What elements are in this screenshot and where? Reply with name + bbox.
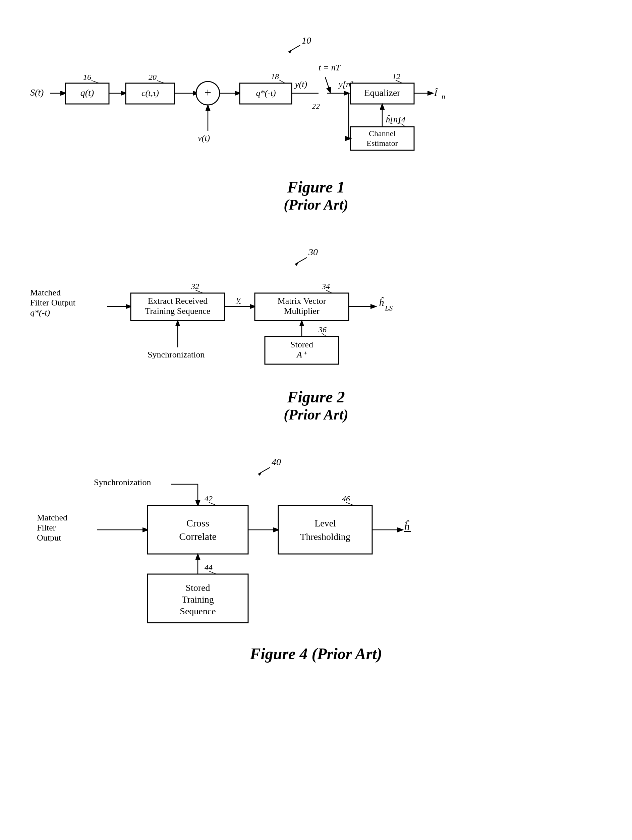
svg-text:16: 16 <box>83 73 91 82</box>
page: 10 S(t) q(t) 16 c(t,τ) 20 <box>0 0 632 840</box>
svg-text:12: 12 <box>392 72 400 81</box>
figure4-title: Figure 4 (Prior Art) <box>27 644 605 663</box>
figure4-svg: 40 Synchronization Matched Filter Output… <box>27 453 604 641</box>
svg-text:Matrix Vector: Matrix Vector <box>277 296 326 306</box>
svg-text:Stored: Stored <box>185 583 210 593</box>
figure2-subtitle: (Prior Art) <box>27 406 605 423</box>
svg-text:n: n <box>441 92 445 101</box>
figure1-subtitle: (Prior Art) <box>27 196 605 213</box>
svg-text:q(t): q(t) <box>80 87 94 98</box>
svg-text:Stored: Stored <box>290 340 313 349</box>
svg-text:20: 20 <box>148 73 156 82</box>
svg-text:44: 44 <box>205 563 213 572</box>
svg-text:Filter Output: Filter Output <box>30 298 76 308</box>
svg-rect-87 <box>148 505 248 554</box>
figure4-diagram: 40 Synchronization Matched Filter Output… <box>27 453 605 641</box>
svg-text:Estimator: Estimator <box>366 139 398 148</box>
figure1-diagram: 10 S(t) q(t) 16 c(t,τ) 20 <box>27 33 605 174</box>
svg-text:Filter: Filter <box>37 523 56 532</box>
svg-text:Level: Level <box>315 518 336 529</box>
svg-text:LS: LS <box>385 304 392 312</box>
svg-text:Correlate: Correlate <box>179 531 217 542</box>
figure2-title: Figure 2 <box>27 388 605 406</box>
svg-text:40: 40 <box>271 457 281 467</box>
svg-text:Î: Î <box>434 87 438 98</box>
figure1-section: 10 S(t) q(t) 16 c(t,τ) 20 <box>27 20 605 213</box>
svg-text:c(t,τ): c(t,τ) <box>142 88 159 98</box>
svg-text:36: 36 <box>318 325 326 334</box>
svg-text:q*(-t): q*(-t) <box>256 88 276 98</box>
svg-text:18: 18 <box>271 72 279 81</box>
figure4-caption: Figure 4 (Prior Art) <box>27 644 605 663</box>
svg-text:34: 34 <box>322 282 330 291</box>
figure2-diagram: 30 Matched Filter Output q*(-t) Extract … <box>27 243 605 384</box>
svg-text:Sequence: Sequence <box>180 606 216 616</box>
svg-text:y(t): y(t) <box>294 79 307 89</box>
figure2-svg: 30 Matched Filter Output q*(-t) Extract … <box>27 243 604 384</box>
svg-text:30: 30 <box>308 247 318 257</box>
svg-text:Output: Output <box>37 533 61 543</box>
svg-line-28 <box>325 77 330 92</box>
svg-text:42: 42 <box>205 494 213 503</box>
figure1-svg: 10 S(t) q(t) 16 c(t,τ) 20 <box>27 33 604 174</box>
svg-text:+: + <box>205 86 211 99</box>
svg-text:Multiplier: Multiplier <box>284 306 320 316</box>
svg-text:ĥ: ĥ <box>404 520 410 532</box>
svg-text:y: y <box>235 294 241 304</box>
svg-line-48 <box>295 257 307 264</box>
svg-text:Training: Training <box>182 594 214 605</box>
svg-text:Cross: Cross <box>186 518 209 529</box>
svg-text:46: 46 <box>342 494 350 503</box>
svg-text:Equalizer: Equalizer <box>364 87 400 98</box>
svg-text:Thresholding: Thresholding <box>300 532 350 542</box>
svg-text:v(t): v(t) <box>198 133 210 143</box>
svg-text:Extract Received: Extract Received <box>148 296 208 306</box>
svg-text:10: 10 <box>302 35 311 46</box>
svg-text:Channel: Channel <box>369 129 396 138</box>
svg-text:S(t): S(t) <box>30 87 44 98</box>
figure2-section: 30 Matched Filter Output q*(-t) Extract … <box>27 234 605 423</box>
svg-text:A⁺: A⁺ <box>296 350 307 360</box>
svg-text:22: 22 <box>312 102 320 111</box>
svg-text:Training Sequence: Training Sequence <box>145 306 211 316</box>
figure1-caption: Figure 1 (Prior Art) <box>27 178 605 213</box>
svg-text:q*(-t): q*(-t) <box>30 308 50 317</box>
svg-line-78 <box>258 467 270 474</box>
svg-text:t = nT: t = nT <box>318 63 341 73</box>
figure1-title: Figure 1 <box>27 178 605 196</box>
svg-text:Matched: Matched <box>37 513 68 523</box>
svg-text:32: 32 <box>191 282 199 291</box>
svg-text:Synchronization: Synchronization <box>148 350 205 360</box>
svg-text:ĥ[n]: ĥ[n] <box>386 115 401 125</box>
figure4-section: 40 Synchronization Matched Filter Output… <box>27 443 605 663</box>
svg-text:Matched: Matched <box>30 288 61 297</box>
svg-text:ĥ: ĥ <box>379 297 384 308</box>
figure2-caption: Figure 2 (Prior Art) <box>27 388 605 423</box>
svg-text:Synchronization: Synchronization <box>94 477 151 487</box>
svg-rect-100 <box>278 505 372 554</box>
svg-line-1 <box>288 45 300 52</box>
